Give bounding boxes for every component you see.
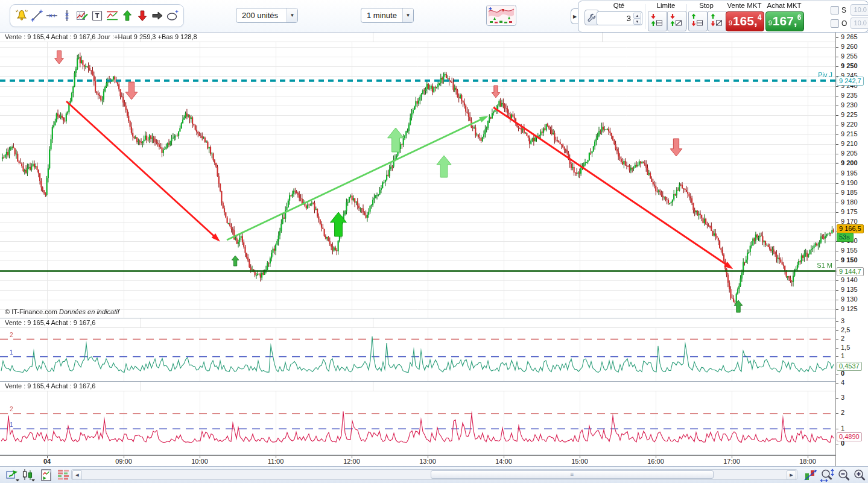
alarm-tool-button[interactable] — [14, 7, 29, 25]
quantity-up-icon[interactable]: ▲ — [633, 13, 641, 19]
chevron-down-icon[interactable]: ▼ — [287, 8, 297, 22]
axis-tick-label: 9 170 — [841, 218, 858, 225]
pivot-line-label: Piv J — [801, 71, 832, 78]
sell-price-thousands: 9 — [729, 19, 732, 27]
axis-tick-label: 9 260 — [841, 43, 858, 50]
zigzag-indicator-tool-button[interactable] — [104, 7, 119, 25]
axis-tick-label: 9 265 — [841, 33, 858, 40]
time-axis-label: 14:00 — [495, 458, 512, 465]
timeframe-dropdown-value: 1 minute — [361, 11, 402, 20]
time-axis-label: 12:00 — [343, 458, 360, 465]
axis-tick-mark — [836, 66, 838, 67]
trading-journal-button[interactable] — [39, 468, 54, 482]
indicator1-header: Vente : 9 165,4 Achat : 9 167,6 — [0, 318, 835, 328]
bottom-toolbar: ◀ ≡ ▶ — [0, 466, 868, 483]
disclaimer-text: Données en indicatif — [59, 308, 119, 315]
axis-tick-label: 9 195 — [841, 169, 858, 177]
time-axis-tick — [352, 456, 352, 458]
time-axis-tick — [808, 456, 808, 458]
export-image-button[interactable] — [5, 468, 21, 482]
stop-checkbox[interactable] — [831, 6, 839, 14]
time-axis-label: 10:00 — [191, 458, 208, 465]
price-axis[interactable]: 9 242,7 9 166,5 53s 9 144,7 0,4537 0,489… — [835, 33, 868, 466]
axis-tick-mark — [836, 115, 838, 116]
axis-tick-label: 9 180 — [841, 198, 858, 206]
chevron-down-icon[interactable]: ▼ — [402, 8, 413, 22]
copyright-notice: © IT-Finance.com Données en indicatif — [5, 308, 119, 315]
scroll-left-button[interactable]: ◀ — [72, 470, 82, 480]
fit-chart-button[interactable] — [802, 468, 818, 482]
limit-order-icon — [649, 12, 664, 28]
buy-market-button[interactable]: 9167,6 — [765, 11, 804, 31]
trend-line-tool-button[interactable] — [29, 7, 44, 25]
support-line-label: S1 M — [801, 262, 832, 269]
chart-pattern-button[interactable] — [486, 5, 516, 26]
axis-tick-mark — [836, 290, 838, 291]
time-axis-tick — [124, 456, 124, 458]
axis-tick-mark — [836, 212, 838, 213]
axis-tick-mark — [836, 356, 838, 357]
indicator1-quote-text: Vente : 9 165,4 Achat : 9 167,6 — [5, 319, 95, 326]
axis-tick-label: 4 — [841, 379, 844, 386]
axis-tick-mark — [836, 444, 838, 444]
header-divider — [602, 33, 603, 42]
zoom-selection-button[interactable] — [819, 468, 835, 482]
limit-order-button[interactable] — [648, 11, 667, 31]
axis-tick-mark — [836, 154, 838, 154]
zoom-in-button[interactable] — [852, 468, 867, 482]
stop-checkbox-label: S — [841, 6, 848, 14]
export-image-icon — [5, 469, 20, 482]
separator — [645, 4, 645, 29]
axis-tick-label: 9 185 — [841, 189, 858, 196]
axis-tick-label: 9 250 — [841, 62, 858, 69]
sell-market-button[interactable]: 9165,4 — [726, 11, 764, 31]
limit-order-modify-button[interactable] — [667, 11, 686, 31]
stop-order-button[interactable] — [688, 11, 708, 31]
axis-tick-mark — [836, 193, 838, 194]
limit-label: Limite — [648, 2, 684, 9]
quantity-down-icon[interactable]: ▼ — [633, 19, 641, 25]
vertical-line-tool-button[interactable] — [59, 7, 74, 25]
units-dropdown[interactable]: 200 unités ▼ — [236, 8, 298, 23]
text-tool-button[interactable]: T — [89, 7, 104, 25]
buy-price-main: 167, — [773, 12, 797, 30]
time-axis-label: 13:00 — [419, 458, 436, 465]
main-price-chart[interactable] — [0, 33, 835, 318]
objective-checkbox-label: O — [841, 19, 848, 28]
scrollbar-thumb[interactable]: ≡ — [431, 470, 714, 479]
horizontal-line-tool-button[interactable] — [44, 7, 59, 25]
main-chart-header: Vente : 9 165,4 Achat : 9 167,6 Jour :+H… — [0, 33, 835, 42]
sell-price-decimal: 4 — [758, 13, 762, 22]
trading-journal-icon — [39, 469, 54, 482]
axis-tick-mark — [836, 86, 838, 87]
indicator2-chart[interactable] — [0, 382, 835, 455]
axis-tick-mark — [836, 280, 838, 281]
time-axis-tick — [200, 456, 200, 458]
ellipse-tool-button[interactable] — [165, 7, 180, 25]
order-book-button[interactable] — [55, 468, 71, 482]
up-arrow-tool-button[interactable] — [119, 7, 135, 25]
down-arrow-tool-button[interactable] — [135, 7, 150, 25]
axis-tick-label: 9 220 — [841, 121, 858, 128]
drawing-toolbar: T — [10, 4, 184, 27]
quantity-stepper[interactable]: 3 ▲▼ — [597, 11, 642, 25]
time-axis[interactable]: 0409:0010:0011:0012:0013:0014:0015:0016:… — [0, 455, 835, 466]
indicator2-quote-text: Vente : 9 165,4 Achat : 9 167,6 — [5, 382, 95, 390]
chart-style-button[interactable] — [21, 468, 36, 482]
axis-tick-label: 2 — [841, 335, 844, 342]
chart-settings-tool-button[interactable] — [74, 7, 89, 25]
candle-countdown-box: 53s — [837, 233, 854, 242]
zoom-out-button[interactable] — [836, 468, 852, 482]
stop-distance-stepper[interactable]: 10.0▲▼ — [851, 4, 868, 16]
axis-tick-mark — [836, 125, 838, 125]
timeframe-dropdown[interactable]: 1 minute ▼ — [361, 8, 414, 23]
axis-tick-label: 1,5 — [841, 344, 850, 351]
horizontal-scrollbar[interactable]: ◀ ≡ ▶ — [71, 469, 797, 480]
right-arrow-tool-button[interactable] — [150, 7, 165, 25]
scroll-right-button[interactable]: ▶ — [787, 470, 796, 480]
objective-checkbox[interactable] — [831, 19, 839, 28]
stop-order-modify-button[interactable] — [708, 11, 727, 31]
objective-distance-stepper[interactable]: 10.0▲▼ — [851, 17, 868, 29]
zoom-selection-icon — [820, 469, 834, 482]
axis-tick-mark — [836, 37, 838, 38]
